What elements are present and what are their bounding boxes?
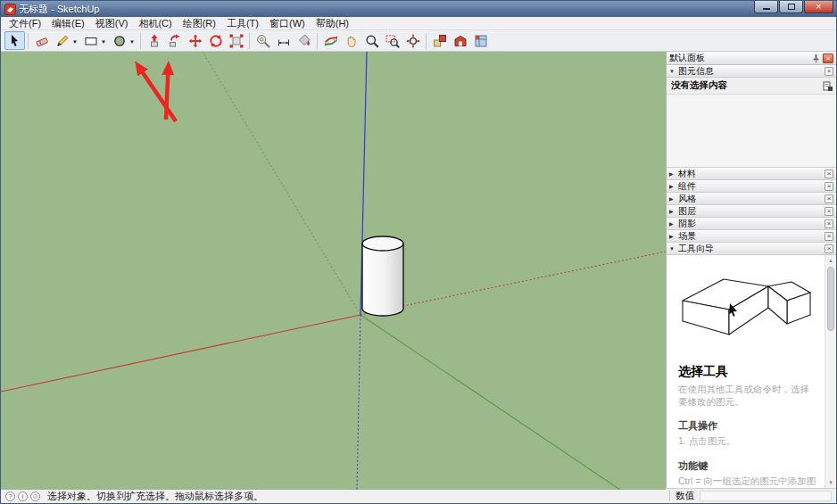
section-close-button[interactable]: × — [825, 182, 833, 191]
panel-section-instructor[interactable]: ▼ 工具向导 × — [667, 243, 836, 255]
sketchup-window: 无标题 - SketchUp × 文件(F)编辑(E)视图(V)相机(C)绘图(… — [0, 0, 837, 504]
close-button[interactable]: × — [804, 1, 833, 13]
instructor-modifiers: Ctrl = 向一组选定的图元中添加图元Shift+Ctrl = 从一组选定的图… — [678, 475, 817, 488]
instructor-operation-item: 1. 点击图元。 — [678, 434, 817, 447]
menu-window[interactable]: 窗口(W) — [264, 17, 311, 30]
pin-icon[interactable] — [811, 54, 821, 63]
line-icon — [55, 34, 70, 48]
main-area: 默认面板 × ▼ 图元信息 × 没有选择内容 — [1, 52, 836, 488]
sketchup-logo-icon — [4, 4, 16, 15]
menu-file[interactable]: 文件(F) — [4, 17, 46, 30]
status-credits-icon[interactable]: i — [18, 492, 28, 501]
zoom-window-tool-button[interactable] — [382, 31, 402, 50]
menu-edit[interactable]: 编辑(E) — [46, 17, 90, 30]
shapes-tool-button[interactable] — [80, 31, 101, 50]
default-panel: 默认面板 × ▼ 图元信息 × 没有选择内容 — [666, 52, 836, 488]
panel-close-button[interactable]: × — [823, 54, 833, 63]
orbit-icon — [324, 34, 338, 48]
line-tool-button[interactable] — [52, 31, 72, 50]
section-close-button[interactable]: × — [825, 232, 833, 241]
instructor-content: 选择工具 在使用其他工具或命令时，选择要修改的图元。 工具操作 1. 点击图元。… — [667, 255, 836, 488]
panel-title-bar[interactable]: 默认面板 × — [667, 52, 836, 65]
annotation-arrows — [142, 71, 176, 121]
circle-tool-button[interactable] — [109, 31, 129, 50]
viewport-3d[interactable] — [1, 52, 666, 490]
annotation-arrow-2 — [166, 73, 168, 120]
menu-draw[interactable]: 绘图(R) — [178, 17, 221, 30]
menu-camera[interactable]: 相机(C) — [133, 17, 177, 30]
menu-tools[interactable]: 工具(T) — [221, 17, 264, 30]
orbit-tool-button[interactable] — [320, 31, 341, 50]
section-close-button[interactable]: × — [825, 244, 833, 253]
instructor-label: 工具向导 — [678, 243, 825, 255]
pan-tool-button[interactable] — [341, 31, 361, 50]
panel-section-components[interactable]: ▶组件× — [667, 180, 836, 193]
menu-bar: 文件(F)编辑(E)视图(V)相机(C)绘图(R)工具(T)窗口(W)帮助(H) — [1, 17, 836, 30]
panel-section-styles[interactable]: ▶风格× — [667, 193, 836, 205]
push-pull-icon — [147, 34, 162, 48]
scale-tool-button[interactable] — [226, 31, 246, 50]
instructor-scrollbar[interactable]: ▲ ▼ — [825, 255, 836, 488]
cylinder-model[interactable] — [362, 236, 403, 316]
3d-warehouse-tool-button[interactable] — [450, 31, 470, 50]
make-component-tool-button[interactable] — [429, 31, 450, 50]
panel-section-scenes[interactable]: ▶场景× — [667, 230, 836, 243]
follow-me-icon — [168, 34, 182, 48]
menu-help[interactable]: 帮助(H) — [311, 17, 354, 30]
make-component-icon — [433, 34, 447, 48]
scroll-down-icon[interactable]: ▼ — [825, 477, 836, 488]
circle-flyout-arrow-icon[interactable]: ▼ — [129, 37, 137, 45]
maximize-button[interactable] — [779, 1, 803, 13]
panel-section-materials[interactable]: ▶材料× — [667, 168, 836, 180]
status-geolocation-icon[interactable]: ? — [5, 492, 15, 501]
status-sign-in-icon[interactable]: ☺ — [30, 492, 40, 501]
rotate-icon — [209, 34, 223, 48]
zoom-extents-tool-button[interactable] — [402, 31, 423, 50]
section-close-button[interactable]: × — [825, 169, 833, 178]
model-info-tool-button[interactable] — [470, 31, 491, 50]
shapes-icon — [84, 34, 98, 48]
section-close-button[interactable]: × — [825, 219, 833, 228]
dimension-tool-button[interactable] — [273, 31, 294, 50]
zoom-icon — [365, 34, 379, 48]
tape-measure-tool-button[interactable] — [253, 31, 273, 50]
menu-view[interactable]: 视图(V) — [90, 17, 134, 30]
scale-icon — [229, 34, 244, 48]
toolbar-separator — [426, 33, 427, 49]
3d-warehouse-icon — [453, 34, 468, 48]
rotate-tool-button[interactable] — [205, 31, 226, 50]
move-tool-button[interactable] — [185, 31, 205, 50]
toolbar-separator — [317, 33, 318, 49]
push-pull-tool-button[interactable] — [144, 31, 164, 50]
section-close-button[interactable]: × — [825, 207, 833, 216]
status-icons: ?i☺ — [5, 492, 43, 501]
annotation-arrow-1 — [142, 71, 176, 121]
section-close-button[interactable]: × — [825, 194, 833, 203]
select-icon — [8, 34, 22, 48]
zoom-tool-button[interactable] — [361, 31, 382, 50]
panel-section-shadows[interactable]: ▶阴影× — [667, 218, 836, 230]
eraser-tool-button[interactable] — [31, 31, 52, 50]
zoom-window-icon — [385, 34, 400, 48]
section-close-button[interactable]: × — [825, 67, 833, 76]
shapes-flyout-arrow-icon[interactable]: ▼ — [101, 37, 109, 45]
scroll-up-icon[interactable]: ▲ — [825, 255, 836, 266]
follow-me-tool-button[interactable] — [164, 31, 185, 50]
scrollbar-thumb[interactable] — [827, 267, 834, 331]
viewport-canvas — [1, 52, 666, 490]
toolbar-separator — [28, 33, 29, 49]
entity-details-icon[interactable] — [823, 81, 833, 91]
measurements-input[interactable] — [700, 491, 832, 501]
line-flyout-arrow-icon[interactable]: ▼ — [72, 37, 80, 45]
toolbar-separator — [140, 33, 141, 49]
panel-title-label: 默认面板 — [669, 52, 811, 64]
toolbar-separator — [249, 33, 250, 49]
select-tool-button[interactable] — [4, 31, 25, 50]
minimize-button[interactable] — [754, 1, 778, 13]
eraser-icon — [35, 34, 49, 48]
panel-section-entity-info[interactable]: ▼ 图元信息 × — [667, 65, 836, 78]
paint-bucket-tool-button[interactable] — [294, 31, 314, 50]
panel-section-layers[interactable]: ▶图层× — [667, 205, 836, 218]
instructor-modifier-item: Ctrl = 向一组选定的图元中添加图元 — [678, 475, 817, 488]
axis-green-dotted — [203, 52, 360, 315]
